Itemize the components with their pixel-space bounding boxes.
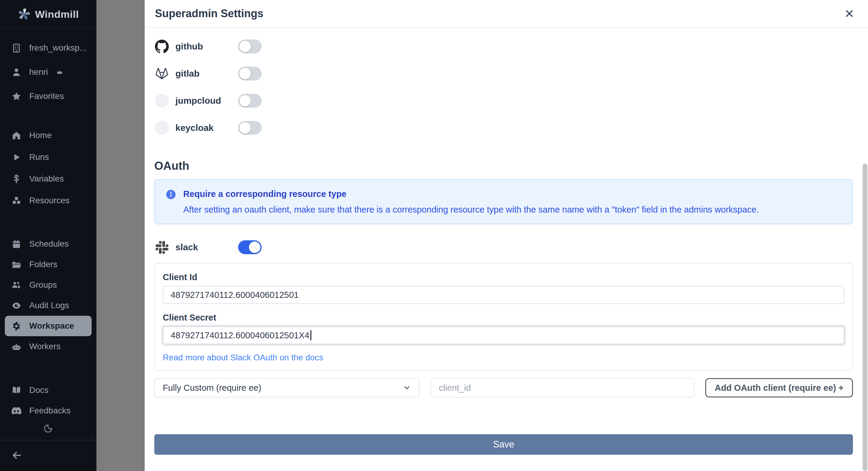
- gear-icon: [11, 321, 22, 331]
- toggle-knob: [239, 122, 251, 134]
- sso-provider-name: github: [176, 41, 238, 52]
- sidebar-item-schedules[interactable]: Schedules: [0, 234, 96, 254]
- slack-oauth-docs-link[interactable]: Read more about Slack OAuth on the docs: [163, 353, 323, 362]
- sidebar-item-docs[interactable]: Docs: [0, 380, 96, 401]
- sso-provider-name: gitlab: [176, 68, 238, 79]
- client-id-input[interactable]: [163, 286, 844, 304]
- client-secret-value: 4879271740112.6000406012501X4: [170, 330, 310, 341]
- client-id-label: Client Id: [163, 272, 844, 282]
- sso-row-keycloak: keycloak: [154, 117, 853, 139]
- sidebar-item-variables[interactable]: Variables: [0, 168, 96, 190]
- username: henri: [29, 67, 48, 77]
- close-drawer-button[interactable]: [844, 8, 855, 19]
- add-oauth-client-button[interactable]: Add OAuth client (require ee) +: [705, 378, 853, 398]
- superadmin-crown-icon: [56, 69, 63, 76]
- slack-icon: [154, 240, 169, 255]
- oauth-kind-selected: Fully Custom (require ee): [163, 383, 261, 393]
- superadmin-settings-drawer: Superadmin Settings github gitlab: [145, 0, 868, 471]
- info-body: After setting an oauth client, make sure…: [183, 204, 759, 215]
- robot-icon: [11, 342, 22, 352]
- collapse-sidebar-button[interactable]: [0, 440, 96, 470]
- text-cursor: [310, 330, 311, 341]
- sidebar-item-folders[interactable]: Folders: [0, 254, 96, 275]
- users-gear-icon: [11, 280, 22, 290]
- slack-client-settings: Client Id Client Secret 4879271740112.60…: [154, 263, 853, 371]
- dollar-icon: [11, 174, 22, 184]
- windmill-logo[interactable]: Windmill: [0, 0, 96, 29]
- sso-provider-name: jumpcloud: [176, 96, 238, 106]
- sidebar-item-home[interactable]: Home: [0, 124, 96, 146]
- folder-open-icon: [11, 260, 22, 270]
- jumpcloud-toggle[interactable]: [238, 94, 261, 108]
- boxes-icon: [11, 196, 22, 206]
- info-text-block: Require a corresponding resource type Af…: [183, 189, 759, 215]
- sidebar: Windmill fresh_worksp... henri Favorites: [0, 0, 96, 471]
- sidebar-item-favorites[interactable]: Favorites: [0, 85, 96, 107]
- jumpcloud-icon: [154, 93, 169, 108]
- building-icon: [11, 43, 22, 53]
- toggle-knob: [249, 241, 260, 253]
- oauth-kind-select[interactable]: Fully Custom (require ee): [154, 378, 420, 398]
- user-menu[interactable]: henri: [0, 61, 96, 83]
- sso-row-github: github: [154, 36, 853, 57]
- sidebar-item-workspace[interactable]: Workspace: [5, 316, 92, 336]
- app-title: Windmill: [35, 8, 79, 20]
- windmill-logo-icon: [18, 7, 31, 21]
- book-open-icon: [11, 385, 22, 395]
- modal-backdrop[interactable]: [96, 0, 145, 471]
- github-toggle[interactable]: [238, 39, 261, 53]
- info-icon: [166, 189, 176, 200]
- chevron-down-icon: [403, 384, 411, 392]
- client-secret-label: Client Secret: [163, 313, 844, 323]
- sso-provider-name: keycloak: [176, 123, 238, 133]
- scrollbar-thumb[interactable]: [863, 164, 867, 471]
- eye-icon: [11, 301, 22, 311]
- drawer-title: Superadmin Settings: [155, 7, 264, 20]
- sidebar-item-workers[interactable]: Workers: [0, 336, 96, 357]
- workspace-name: fresh_worksp...: [29, 43, 87, 53]
- toggle-knob: [239, 41, 251, 52]
- oauth-info-callout: Require a corresponding resource type Af…: [154, 179, 853, 224]
- discord-icon: [11, 406, 22, 416]
- keycloak-icon: [154, 120, 169, 136]
- sso-row-jumpcloud: jumpcloud: [154, 90, 853, 112]
- user-icon: [11, 67, 22, 77]
- sidebar-item-resources[interactable]: Resources: [0, 190, 96, 211]
- drawer-header: Superadmin Settings: [145, 0, 868, 28]
- arrow-left-icon: [11, 449, 23, 461]
- calendar-icon: [11, 239, 22, 249]
- star-icon: [11, 91, 22, 101]
- keycloak-toggle[interactable]: [238, 121, 261, 135]
- gitlab-toggle[interactable]: [238, 67, 261, 81]
- close-icon: [844, 8, 855, 19]
- sso-row-gitlab: gitlab: [154, 63, 853, 84]
- oauth-heading: OAuth: [154, 159, 853, 173]
- dark-mode-toggle[interactable]: [0, 421, 96, 436]
- moon-icon: [43, 424, 53, 433]
- workspace-selector[interactable]: fresh_worksp...: [0, 37, 96, 59]
- oauth-provider-name: slack: [176, 242, 238, 253]
- sidebar-item-groups[interactable]: Groups: [0, 275, 96, 295]
- oauth-row-slack: slack: [154, 236, 853, 258]
- sidebar-item-feedbacks[interactable]: Feedbacks: [0, 401, 96, 421]
- slack-toggle[interactable]: [238, 240, 261, 254]
- drawer-body: github gitlab jumpcloud keycloak OAuth: [145, 28, 868, 471]
- info-title: Require a corresponding resource type: [183, 189, 759, 199]
- save-button[interactable]: Save: [154, 434, 853, 455]
- add-oauth-client-row: Fully Custom (require ee) Add OAuth clie…: [154, 378, 853, 398]
- client-secret-input[interactable]: 4879271740112.6000406012501X4: [163, 326, 844, 344]
- play-icon: [11, 152, 22, 162]
- github-icon: [154, 39, 169, 54]
- new-client-id-input[interactable]: [430, 378, 694, 398]
- sidebar-item-runs[interactable]: Runs: [0, 146, 96, 168]
- home-icon: [11, 130, 22, 141]
- toggle-knob: [239, 68, 251, 79]
- gitlab-icon: [154, 66, 169, 81]
- toggle-knob: [239, 95, 251, 107]
- sidebar-item-audit-logs[interactable]: Audit Logs: [0, 295, 96, 316]
